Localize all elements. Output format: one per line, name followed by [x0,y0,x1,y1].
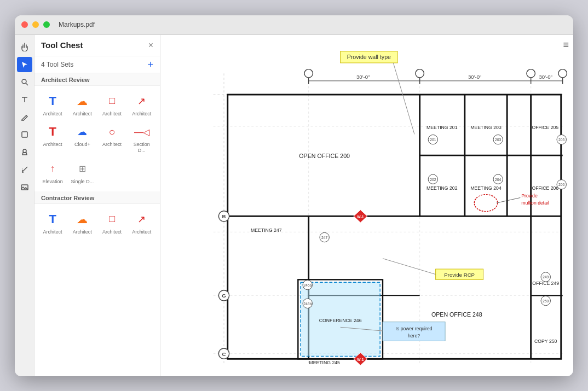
list-item[interactable]: —◁ Section D... [128,121,155,156]
svg-text:30'-0": 30'-0" [468,74,482,80]
list-item[interactable]: T Architect [39,121,66,156]
svg-text:MEETING  203: MEETING 203 [470,124,501,130]
tool-arrow-red-icon: ↗ [133,92,151,110]
svg-text:C: C [222,351,226,357]
svg-text:here?: here? [408,332,420,338]
list-item[interactable]: ↑ Elevation [39,158,66,187]
list-item[interactable]: □ Architect [99,208,126,237]
svg-point-34 [558,69,567,77]
svg-text:OPEN OFFICE  200: OPEN OFFICE 200 [299,153,350,159]
svg-text:Is power required: Is power required [395,326,432,331]
tool-section-icon: —◁ [133,123,151,141]
draw-icon[interactable] [17,109,32,125]
tool-rect-red-icon: □ [103,92,121,110]
tool-elevation-icon: ↑ [44,160,61,178]
svg-text:203: 203 [495,138,501,142]
svg-text:CONFERENCE  246: CONFERENCE 246 [319,317,362,323]
list-item[interactable]: □ Architect [99,90,126,119]
svg-text:MEETING  204: MEETING 204 [470,185,501,191]
svg-text:Provide: Provide [521,193,538,199]
list-item[interactable]: ☁ Architect [68,90,96,119]
architect-review-grid: T Architect ☁ Architect □ Architect [34,86,160,191]
list-item[interactable]: ⊞ Single D... [68,158,96,187]
svg-text:249: 249 [543,275,549,279]
tool-sets-count: 4 Tool Sets [41,61,73,68]
blueprint-menu-icon[interactable]: ≡ [563,39,569,51]
panel-title: Tool Chest [41,40,83,50]
list-item[interactable]: ○ Architect [99,121,126,156]
tool-rect2-icon: □ [103,211,121,228]
tool-name: Single D... [71,179,94,185]
tool-name: Architect [102,229,122,235]
tool-name: Architect [43,142,62,148]
svg-line-6 [22,167,27,172]
svg-text:250: 250 [543,299,549,302]
minimize-button[interactable] [32,21,39,28]
tool-name: Architect [43,111,62,117]
image-icon[interactable] [17,179,32,195]
architect-review-label: Architect Review [34,73,160,86]
svg-text:OFFICE  205: OFFICE 205 [532,124,558,130]
svg-point-33 [527,69,535,77]
list-item[interactable]: ↗ Architect [128,90,155,119]
panel-close-button[interactable]: × [148,40,153,50]
svg-text:W-1: W-1 [357,215,364,219]
svg-text:Provide RCP: Provide RCP [444,271,475,277]
tool-cloud2-icon: ☁ [73,211,91,228]
app-window: Markups.pdf [15,15,573,376]
tool-name: Architect [43,229,62,235]
tool-name: Section D... [129,142,154,154]
panel-subtitle: 4 Tool Sets + [34,56,160,73]
tool-text-blue2-icon: T [44,211,61,228]
blueprint-svg: 30'-0" 30'-0" 30'-0" [160,35,573,376]
svg-text:MEETING  201: MEETING 201 [426,124,458,130]
panel-header: Tool Chest × [34,35,160,56]
svg-text:mullion detail: mullion detail [521,200,549,206]
tool-name: Cloud+ [74,142,90,148]
list-item[interactable]: T Architect [39,90,66,119]
tool-cloudplus-blue-icon: ☁ [73,123,91,141]
tool-name: Architect [132,229,151,235]
cursor-icon[interactable] [17,57,32,72]
tab-label: Markups.pdf [59,21,95,28]
svg-point-31 [304,69,313,77]
list-item[interactable]: T Architect [39,208,66,237]
svg-point-0 [22,79,26,84]
svg-text:206: 206 [558,183,565,186]
svg-text:247: 247 [321,235,328,239]
contractor-review-grid: T Architect ☁ Architect □ Architect ↗ Ar… [34,204,160,242]
svg-text:G: G [222,293,226,299]
tool-singled-icon: ⊞ [73,160,91,178]
svg-rect-4 [22,132,27,137]
tool-name: Architect [73,229,92,235]
text-icon[interactable] [17,92,32,107]
tool-set-section: Architect Review T Architect ☁ Architect [34,73,160,376]
svg-text:OPEN OFFICE  248: OPEN OFFICE 248 [431,311,482,318]
svg-text:246a: 246a [303,283,312,287]
shape-icon[interactable] [17,127,32,142]
tool-name: Elevation [43,179,63,185]
add-tool-set-button[interactable]: + [147,60,153,69]
close-button[interactable] [21,21,28,28]
list-item[interactable]: ☁ Architect [68,208,96,237]
tool-name: Architect [102,111,122,117]
measure-icon[interactable] [17,162,32,177]
list-item[interactable]: ↗ Architect [128,208,155,237]
tool-name: Architect [102,142,122,148]
stamp-icon[interactable] [17,144,32,160]
svg-text:MEETING  202: MEETING 202 [426,185,458,191]
search-icon[interactable] [17,74,32,90]
svg-text:30'-0": 30'-0" [356,74,370,80]
svg-text:246b: 246b [303,301,312,305]
svg-text:204: 204 [495,177,501,181]
tool-text-blue-icon: T [44,92,61,110]
maximize-button[interactable] [43,21,50,28]
svg-text:Provide wall type: Provide wall type [347,54,391,60]
title-bar: Markups.pdf [15,15,573,35]
tool-text-red-icon: T [44,123,61,141]
blueprint-area[interactable]: ≡ [160,35,573,376]
svg-text:W-1: W-1 [357,358,364,361]
hand-icon[interactable] [17,39,32,55]
list-item[interactable]: ☁ Cloud+ [68,121,96,156]
svg-text:OFFICE  206: OFFICE 206 [532,185,558,191]
